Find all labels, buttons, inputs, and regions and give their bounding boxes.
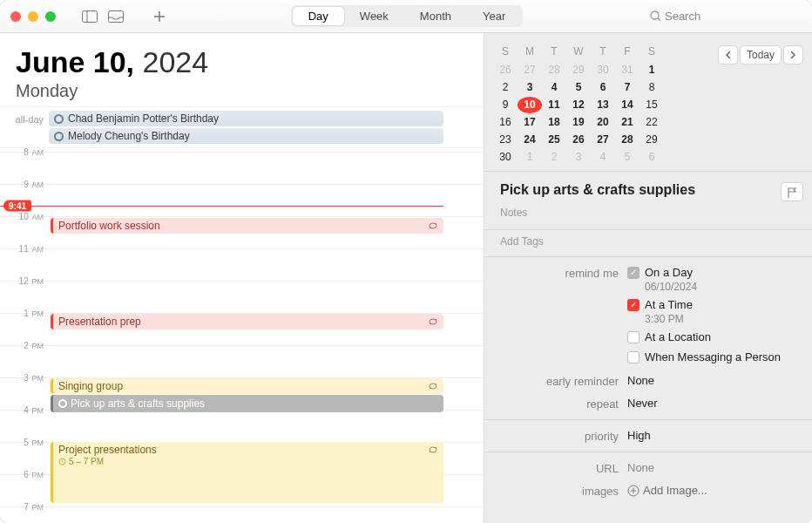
- mini-day[interactable]: 14: [615, 97, 639, 113]
- window-controls: [10, 11, 56, 22]
- tags-field[interactable]: Add Tags: [500, 235, 803, 248]
- hour-label: 8 AM: [0, 148, 49, 157]
- view-month[interactable]: Month: [404, 7, 467, 25]
- mini-day[interactable]: 20: [591, 114, 615, 131]
- event[interactable]: Pick up arts & crafts supplies: [51, 395, 443, 412]
- mini-day[interactable]: 2: [493, 79, 518, 96]
- hour-label: 3 PM: [0, 373, 49, 383]
- view-year[interactable]: Year: [467, 7, 521, 25]
- mini-day[interactable]: 12: [566, 97, 591, 113]
- mini-day[interactable]: 19: [566, 114, 591, 131]
- fullscreen-icon[interactable]: [45, 11, 56, 22]
- mini-day[interactable]: 16: [493, 114, 518, 131]
- mini-day[interactable]: 25: [542, 132, 566, 148]
- event[interactable]: Portfolio work session: [51, 218, 443, 234]
- mini-day[interactable]: 6: [591, 79, 615, 96]
- hour-label: 5 PM: [0, 438, 49, 447]
- minimize-icon[interactable]: [28, 11, 38, 22]
- prev-month-button[interactable]: [718, 45, 738, 65]
- hour-label: 12 PM: [0, 276, 49, 286]
- date-year: 2024: [143, 45, 209, 78]
- birthday-icon: [54, 114, 64, 124]
- mini-day[interactable]: 13: [591, 97, 615, 113]
- event[interactable]: Presentation prep: [51, 314, 443, 329]
- mini-day[interactable]: 18: [542, 114, 566, 131]
- reminder-detail: Pick up arts & crafts supplies Notes Add…: [484, 171, 812, 523]
- hour-label: 11 AM: [0, 244, 49, 254]
- svg-rect-2: [109, 10, 124, 22]
- next-month-button[interactable]: [783, 45, 803, 65]
- priority-value[interactable]: High: [627, 429, 803, 442]
- on-a-day-checkbox[interactable]: ✓On a Day: [627, 266, 803, 279]
- timeline[interactable]: 8 AM9 AM10 AM11 AM12 PM1 PM2 PM3 PM4 PM5…: [0, 148, 484, 523]
- svg-rect-0: [83, 10, 98, 22]
- add-image-button[interactable]: Add Image...: [627, 484, 803, 497]
- allday-event[interactable]: Chad Benjamin Potter's Birthday: [49, 111, 443, 126]
- mini-day[interactable]: 21: [615, 114, 639, 131]
- mini-day[interactable]: 26: [566, 132, 591, 148]
- view-day[interactable]: Day: [293, 7, 344, 25]
- mini-day[interactable]: 6: [639, 149, 664, 166]
- early-reminder-value[interactable]: None: [627, 374, 803, 387]
- event[interactable]: Project presentations 5 – 7 PM: [51, 442, 443, 503]
- mini-day[interactable]: 4: [591, 149, 615, 166]
- mini-day[interactable]: 23: [493, 132, 518, 148]
- view-segmented-control[interactable]: DayWeekMonthYear: [291, 5, 524, 27]
- images-label: images: [500, 484, 627, 498]
- event[interactable]: Singing group: [51, 378, 443, 394]
- mini-day[interactable]: 4: [542, 79, 566, 96]
- inspector-panel: SMTWTFS262728293031123456789101112131415…: [484, 33, 812, 523]
- mini-day[interactable]: 29: [639, 132, 664, 148]
- repeat-value[interactable]: Never: [627, 397, 803, 410]
- mini-day[interactable]: 2: [542, 149, 566, 166]
- notes-field[interactable]: Notes: [500, 207, 803, 219]
- view-week[interactable]: Week: [344, 7, 404, 25]
- hour-label: 2 PM: [0, 341, 49, 350]
- mini-day[interactable]: 11: [542, 97, 566, 113]
- at-a-time-value[interactable]: 3:30 PM: [645, 313, 803, 325]
- inbox-icon[interactable]: [106, 8, 125, 25]
- when-messaging-checkbox[interactable]: When Messaging a Person: [627, 350, 803, 363]
- at-location-checkbox[interactable]: At a Location: [627, 330, 803, 343]
- mini-day[interactable]: 3: [518, 79, 542, 96]
- close-icon[interactable]: [10, 11, 21, 22]
- mini-day[interactable]: 30: [493, 149, 518, 166]
- mini-day[interactable]: 31: [615, 62, 639, 78]
- search-input[interactable]: Search: [645, 7, 802, 25]
- on-a-day-value[interactable]: 06/10/2024: [645, 281, 803, 293]
- plus-circle-icon: [627, 485, 639, 497]
- mini-day[interactable]: 9: [493, 97, 518, 113]
- date-month-day: June 10,: [16, 45, 134, 78]
- mini-day[interactable]: 29: [566, 62, 591, 78]
- url-value[interactable]: None: [627, 461, 803, 474]
- mini-day[interactable]: 28: [542, 62, 566, 78]
- mini-day[interactable]: 24: [518, 132, 542, 148]
- at-a-time-checkbox[interactable]: ✓At a Time: [627, 298, 803, 311]
- repeat-icon: [428, 445, 438, 457]
- mini-day[interactable]: 27: [518, 62, 542, 78]
- mini-day[interactable]: 26: [493, 62, 518, 78]
- flag-button[interactable]: [781, 182, 803, 201]
- mini-day[interactable]: 10: [518, 97, 542, 113]
- mini-day[interactable]: 27: [591, 132, 615, 148]
- mini-day[interactable]: 8: [639, 79, 664, 96]
- today-button[interactable]: Today: [740, 45, 782, 65]
- mini-day[interactable]: 15: [639, 97, 664, 113]
- mini-day[interactable]: 28: [615, 132, 639, 148]
- mini-day[interactable]: 22: [639, 114, 664, 131]
- mini-day[interactable]: 1: [518, 149, 542, 166]
- mini-day[interactable]: 30: [591, 62, 615, 78]
- mini-day[interactable]: 5: [615, 149, 639, 166]
- detail-title[interactable]: Pick up arts & crafts supplies: [500, 182, 775, 198]
- allday-event[interactable]: Melody Cheung's Birthday: [49, 128, 443, 144]
- mini-day[interactable]: 7: [615, 79, 639, 96]
- mini-day[interactable]: 3: [566, 149, 591, 166]
- add-icon[interactable]: [150, 8, 169, 25]
- mini-calendar[interactable]: SMTWTFS262728293031123456789101112131415…: [493, 45, 718, 166]
- sidebar-toggle-icon[interactable]: [80, 8, 99, 25]
- mini-day[interactable]: 5: [566, 79, 591, 96]
- early-reminder-label: early reminder: [500, 374, 627, 388]
- remind-me-label: remind me: [500, 266, 627, 280]
- mini-day[interactable]: 1: [639, 62, 664, 78]
- mini-day[interactable]: 17: [518, 114, 542, 131]
